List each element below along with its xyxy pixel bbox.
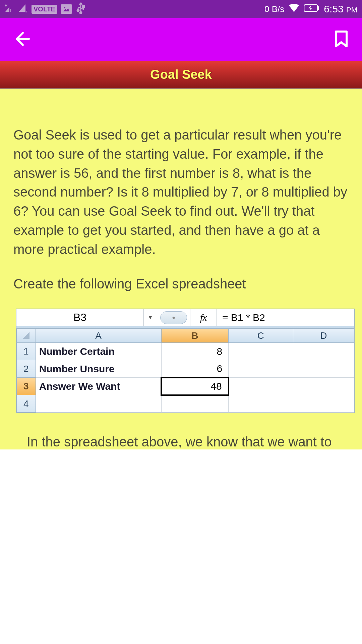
cell-b1: 8 [161,343,229,360]
name-box: B3 [16,309,144,326]
clock-time: 6:53 PM [324,3,357,15]
picture-icon [61,4,72,14]
cell-a2: Number Unsure [36,360,161,378]
wifi-icon [288,3,300,15]
cell-d1 [293,343,354,360]
title-band: Goal Seek [0,61,362,89]
cell-b4 [161,395,229,413]
battery-icon [304,4,320,15]
app-bar [0,18,362,61]
row-header-3: 3 [17,378,36,395]
formula-text: = B1 * B2 [217,309,354,326]
dropdown-icon: ▼ [144,309,157,326]
svg-marker-3 [19,4,25,12]
intro-paragraph: Goal Seek is used to get a particular re… [13,125,349,259]
svg-point-6 [64,7,65,8]
svg-rect-9 [82,6,84,8]
signal-icon-1: R! [5,4,15,15]
col-header-c: C [229,329,293,343]
instruction-paragraph: Create the following Excel spreadsheet [13,274,349,293]
cell-b2: 6 [161,360,229,378]
svg-point-7 [80,12,82,14]
grid: A B C D 1 Number Certain 8 2 Number Unsu… [16,328,354,413]
col-header-b: B [161,329,229,343]
svg-marker-5 [63,8,69,11]
corner-cell [17,329,36,343]
svg-text:2: 2 [25,9,27,12]
svg-point-8 [77,9,79,11]
volte-badge: VOLTE [32,5,57,14]
cell-c1 [229,343,293,360]
row-header-1: 1 [17,343,36,360]
followup-paragraph: In the spreadsheet above, we know that w… [27,432,335,449]
row-header-2: 2 [17,360,36,378]
cell-d4 [293,395,354,413]
svg-text:R: R [5,4,8,8]
cell-c2 [229,360,293,378]
svg-marker-12 [308,6,312,10]
svg-marker-13 [23,332,29,339]
formula-bar: B3 ▼ ● fx = B1 * B2 [16,309,354,326]
cell-d3 [293,378,354,395]
page-title: Goal Seek [150,67,212,82]
col-header-a: A [36,329,161,343]
status-bar: R! 2 VOLTE 0 B/s 6:53 PM [0,0,362,18]
cell-a3: Answer We Want [36,378,161,395]
row-header-4: 4 [17,395,36,413]
spreadsheet-figure: B3 ▼ ● fx = B1 * B2 A B C D 1 Number Cer… [16,309,355,413]
cell-b3: 48 [161,378,229,395]
bookmark-icon[interactable] [334,30,349,49]
usb-icon [75,2,86,16]
network-rate: 0 B/s [264,4,284,14]
fx-oval: ● [157,309,190,326]
cell-c4 [229,395,293,413]
cell-a1: Number Certain [36,343,161,360]
cell-a4 [36,395,161,413]
svg-rect-11 [318,6,319,10]
col-header-d: D [293,329,354,343]
bottom-blank [0,449,362,644]
cell-d2 [293,360,354,378]
back-icon[interactable] [13,30,31,49]
fx-icon: fx [190,309,217,326]
signal-icon-2: 2 [18,4,28,15]
cell-c3 [229,378,293,395]
content-area[interactable]: Goal Seek is used to get a particular re… [0,89,362,449]
svg-text:!: ! [10,8,11,12]
